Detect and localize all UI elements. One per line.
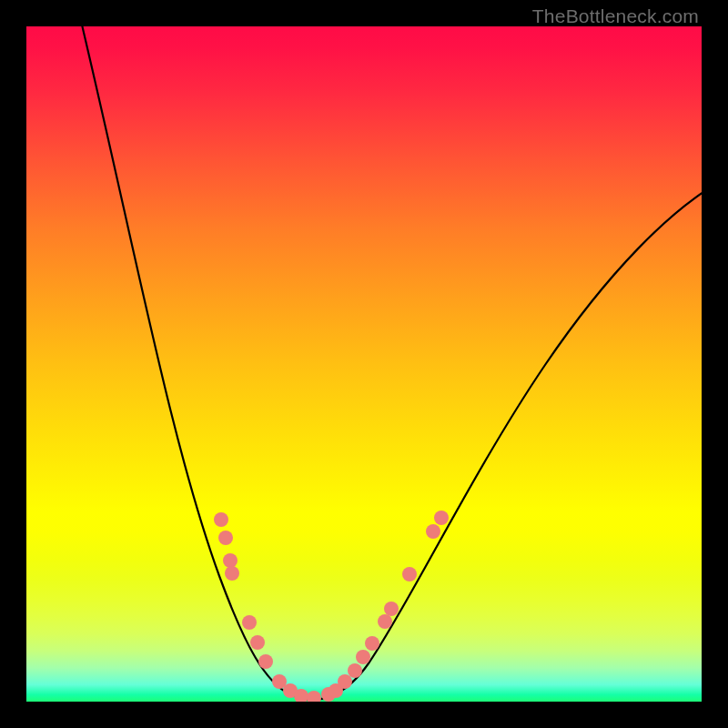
watermark-text: TheBottleneck.com (532, 5, 699, 27)
bottleneck-curve (81, 26, 702, 700)
marker-dot (356, 650, 370, 664)
marker-dot (307, 691, 321, 702)
marker-group (214, 511, 449, 702)
marker-dot (434, 511, 449, 525)
marker-dot (348, 663, 362, 678)
marker-dot (223, 553, 238, 568)
marker-dot (402, 567, 417, 581)
marker-dot (338, 674, 352, 689)
chart-frame: TheBottleneck.com (0, 0, 728, 728)
chart-overlay (26, 26, 702, 702)
marker-dot (218, 531, 233, 545)
marker-dot (258, 654, 273, 669)
marker-dot (378, 614, 392, 629)
marker-dot (384, 602, 399, 616)
marker-dot (365, 636, 379, 651)
marker-dot (242, 615, 257, 630)
marker-dot (250, 635, 265, 650)
marker-dot (426, 524, 440, 539)
marker-dot (214, 512, 228, 527)
plot-area (26, 26, 702, 702)
marker-dot (225, 566, 239, 581)
